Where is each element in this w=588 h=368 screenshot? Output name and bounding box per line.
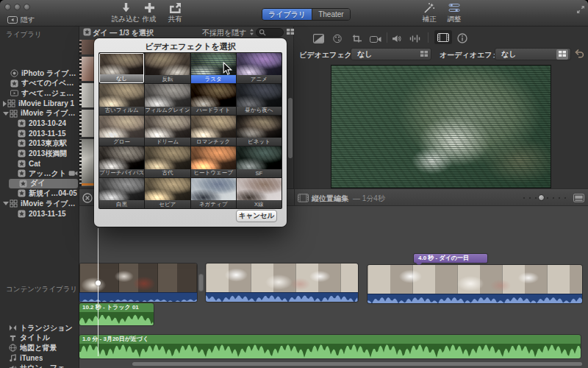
- sidebar-item-2013-11-15[interactable]: 2013-11-15: [0, 129, 79, 139]
- filter-updown-icon[interactable]: [249, 28, 254, 38]
- window-minimize-button[interactable]: [14, 4, 21, 10]
- timeline-zoom-slider[interactable]: [523, 197, 569, 199]
- cat-preview: [237, 116, 282, 138]
- filter-dropdown[interactable]: 不採用を隠す: [202, 28, 246, 38]
- window-zoom-button[interactable]: [24, 4, 30, 10]
- browser-scrollbar[interactable]: [288, 98, 293, 158]
- clip-gap-handle[interactable]: [198, 274, 204, 291]
- effect-tile-flipped[interactable]: 反転: [145, 53, 190, 83]
- effect-tile-day-to-night[interactable]: 昼から夜へ: [237, 84, 282, 114]
- effect-tile-x-ray[interactable]: X線: [237, 178, 282, 208]
- effect-tile-sci-fi[interactable]: SF: [237, 146, 282, 177]
- sidebar-item-タイトル[interactable]: タイトル: [0, 333, 79, 344]
- sidebar-item-トランジション[interactable]: トランジション: [0, 323, 79, 333]
- search-input[interactable]: [256, 28, 284, 37]
- disclosure-right-icon[interactable]: [3, 101, 7, 107]
- effect-tile-negative[interactable]: ネガティブ: [191, 178, 236, 208]
- sidebar-item-すべてのイベント[interactable]: すべてのイベント: [0, 79, 79, 89]
- cancel-button[interactable]: キャンセル: [236, 210, 277, 222]
- effect-tile-old-film[interactable]: 古いフィルム: [99, 84, 144, 114]
- sidebar-item-iPhoto ライブラリ[interactable]: iPhoto ライブラリ: [0, 68, 79, 79]
- enhance-button[interactable]: 補正: [416, 2, 442, 24]
- sidebar: ライブラリ iPhoto ライブラリすべてのイベントすべて…ジェクトiMovie…: [0, 26, 79, 368]
- video-clip[interactable]: [206, 263, 358, 302]
- effect-tile-black-white[interactable]: 白黒: [99, 178, 144, 208]
- sidebar-item-2013東京駅[interactable]: 2013東京駅: [0, 138, 79, 149]
- effect-tile-dream[interactable]: ドリーム: [145, 116, 190, 146]
- audio-effect-selector[interactable]: なし: [495, 48, 571, 60]
- zoom-slider-thumb[interactable]: [538, 194, 545, 201]
- effect-tile-glow[interactable]: グロー: [99, 116, 144, 146]
- tab-theater[interactable]: Theater: [312, 9, 349, 20]
- audio-clip-music[interactable]: 1.0 分 - 3月20日が近づく: [79, 335, 581, 358]
- sidebar-item-iMovie Library 1[interactable]: iMovie Library 1: [0, 99, 79, 109]
- audio-clip-waveform-area: [79, 344, 581, 358]
- toolbar-separator: [387, 32, 387, 43]
- window-close-button[interactable]: [4, 4, 11, 10]
- timeline-horizontal-scrollbar[interactable]: [132, 362, 582, 366]
- sidebar-item-地図と背景[interactable]: 地図と背景: [0, 343, 79, 353]
- effect-tile-sepia[interactable]: セピア: [145, 178, 190, 208]
- sidebar-item-アッ…クト[interactable]: アッ…クト: [0, 169, 79, 179]
- sidebar-item-ダイ[interactable]: ダイ: [9, 179, 78, 189]
- title-clip[interactable]: 4.0 秒 - ダイの一日: [414, 254, 487, 263]
- sidebar-item-Cat[interactable]: Cat: [0, 158, 79, 169]
- share-button[interactable]: 共有: [162, 2, 188, 24]
- audio-clip-track-01[interactable]: 10.2 秒 - トラック 01: [79, 303, 154, 325]
- sidebar-item-2013-10-24[interactable]: 2013-10-24: [0, 118, 79, 129]
- sidebar-item-iMovie ライブラリ[interactable]: iMovie ライブラリ: [0, 108, 79, 118]
- disclosure-down-icon[interactable]: [3, 112, 9, 116]
- color-correction-icon[interactable]: [332, 33, 343, 46]
- video-clip[interactable]: [368, 265, 582, 303]
- hide-sidebar-button[interactable]: 隠す: [7, 15, 35, 25]
- adjust-button[interactable]: 調整: [441, 2, 467, 24]
- volume-speaker-icon[interactable]: [392, 33, 401, 46]
- effect-tile-film-grain[interactable]: フィルムグレイン: [145, 84, 190, 114]
- clip-appearance-icon[interactable]: [573, 194, 584, 204]
- effect-thumbnail: [237, 178, 282, 200]
- audio-waveform: [79, 312, 154, 325]
- tab-library[interactable]: ライブラリ: [262, 9, 312, 20]
- disclosure-down-icon[interactable]: [3, 202, 9, 205]
- project-title: 縦位置編集: [312, 194, 348, 204]
- fullscreen-expand-icon[interactable]: [576, 4, 585, 17]
- cat-preview: [191, 146, 236, 169]
- effect-tile-heat-wave[interactable]: ヒートウェーブ: [191, 146, 236, 177]
- cat-preview: [145, 116, 190, 138]
- camera-badge-icon: [68, 170, 78, 177]
- clip-thumbnails: [79, 263, 197, 292]
- effect-tile-aged[interactable]: 古代: [145, 146, 190, 177]
- sidebar-item-label: すべてのイベント: [21, 79, 79, 89]
- cat-preview: [145, 84, 190, 106]
- create-button[interactable]: 作成: [137, 2, 162, 24]
- effect-tile-cartoon[interactable]: アニメ: [237, 53, 282, 83]
- effects-button-active[interactable]: [434, 30, 452, 44]
- effect-tile-romantic[interactable]: ロマンチック: [191, 116, 236, 146]
- sidebar-item-すべて…ジェクト[interactable]: すべて…ジェクト: [0, 88, 79, 99]
- effect-tile-hard-light[interactable]: ハードライト: [191, 84, 236, 114]
- playhead[interactable]: [98, 228, 98, 356]
- crop-icon[interactable]: [352, 33, 362, 46]
- sidebar-item-2013桜満開[interactable]: 2013桜満開: [0, 149, 79, 159]
- sidebar-item-iMovie ライブラリ[interactable]: iMovie ライブラリ: [0, 199, 79, 209]
- sidebar-item-新規イ…04-05[interactable]: 新規イ…04-05: [0, 188, 79, 199]
- effect-thumbnail: [145, 53, 190, 75]
- playhead-handle[interactable]: [96, 280, 101, 286]
- color-balance-icon[interactable]: [313, 33, 324, 46]
- effect-tile-bleach-bypass[interactable]: ブリーチバイパス: [99, 146, 144, 177]
- audio-levels-icon[interactable]: [409, 33, 421, 46]
- cat-preview: [237, 84, 282, 106]
- video-preview[interactable]: [331, 65, 551, 188]
- effect-tile-none[interactable]: なし: [99, 53, 144, 83]
- effect-tile-vignette[interactable]: ビネット: [237, 116, 282, 146]
- sidebar-item-label: 2013-11-15: [29, 130, 66, 138]
- info-icon[interactable]: [457, 33, 467, 46]
- sidebar-item-2013-11-15[interactable]: 2013-11-15: [0, 208, 79, 219]
- undo-effect-icon[interactable]: [574, 49, 584, 60]
- sidebar-item-iTunes[interactable]: iTunes: [0, 353, 79, 364]
- video-effect-selector[interactable]: なし: [351, 48, 431, 60]
- stabilization-camera-icon[interactable]: [370, 33, 381, 46]
- sidebar-item-サウン…フェクト[interactable]: サウン…フェクト: [0, 363, 79, 368]
- audio-effect-grid-icon: [556, 49, 568, 60]
- circle-x-icon[interactable]: [82, 193, 93, 205]
